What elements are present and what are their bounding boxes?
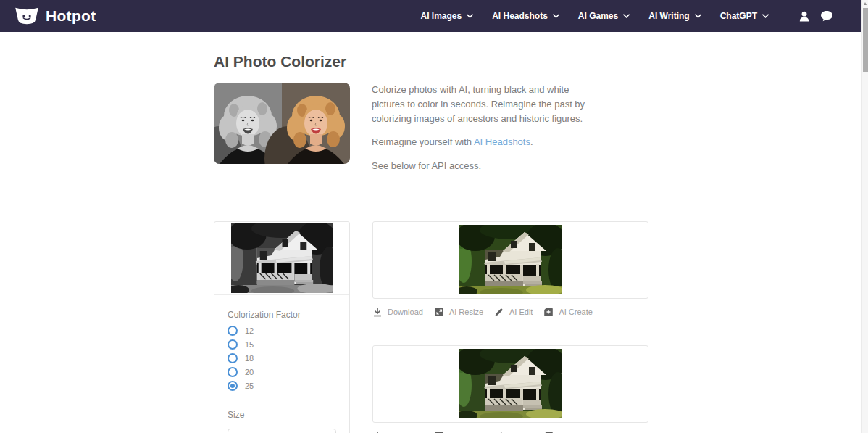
nav-ai-games[interactable]: AI Games <box>578 11 630 21</box>
nav-ai-writing[interactable]: AI Writing <box>648 11 701 21</box>
result-card-2 <box>372 345 648 423</box>
main-content: AI Photo Colorizer Colorize photos with … <box>0 53 868 433</box>
factor-radio[interactable] <box>228 339 238 350</box>
results-column: Download AI Resize AI Edit AI Create <box>372 221 648 433</box>
colorized-result-image-2 <box>459 349 562 418</box>
factor-radio[interactable] <box>228 381 238 391</box>
colorized-result-image-1 <box>459 225 562 294</box>
factor-radio[interactable] <box>228 367 238 377</box>
scroll-up-arrow[interactable] <box>862 0 868 7</box>
chevron-down-icon <box>553 14 559 18</box>
nav-ai-headshots[interactable]: AI Headshots <box>492 11 559 21</box>
result-actions-1: Download AI Resize AI Edit AI Create <box>372 306 648 318</box>
colorization-factor-group: 12 15 18 20 <box>228 326 336 391</box>
page-description: Colorize photos with AI, turning black a… <box>372 83 599 173</box>
reimagine-paragraph: Reimagine yourself with AI Headshots. <box>372 135 599 149</box>
scrollbar-thumb[interactable] <box>863 8 868 72</box>
colorize-example-image <box>214 83 350 164</box>
page-title: AI Photo Colorizer <box>214 53 868 70</box>
settings-card: Colorization Factor 12 15 18 <box>214 221 350 433</box>
chat-button[interactable] <box>820 10 833 22</box>
size-select[interactable]: Limited <box>228 429 336 433</box>
ai-edit-button[interactable]: AI Edit <box>494 307 533 317</box>
factor-option-15[interactable]: 15 <box>228 339 336 350</box>
chevron-down-icon <box>695 14 701 18</box>
chat-bubble-icon <box>820 10 833 22</box>
chevron-down-icon <box>623 14 630 18</box>
download-button[interactable]: Download <box>372 307 423 317</box>
factor-option-20[interactable]: 20 <box>228 367 336 377</box>
api-note: See below for API access. <box>372 159 599 173</box>
input-image-thumbnail <box>231 223 333 293</box>
factor-option-25[interactable]: 25 <box>228 381 336 391</box>
create-icon <box>543 307 554 317</box>
nav-ai-images[interactable]: AI Images <box>420 11 473 21</box>
ai-headshots-link[interactable]: AI Headshots <box>474 136 530 147</box>
hero-section: Colorize photos with AI, turning black a… <box>214 83 868 173</box>
pencil-icon <box>494 307 504 317</box>
vertical-scrollbar <box>861 0 868 433</box>
result-card-1 <box>372 221 648 299</box>
intro-paragraph: Colorize photos with AI, turning black a… <box>372 83 599 126</box>
ai-resize-button[interactable]: AI Resize <box>434 307 483 317</box>
result-actions-2: Download AI Resize AI Edit AI Create <box>372 430 648 433</box>
colorization-factor-label: Colorization Factor <box>228 310 336 320</box>
factor-radio[interactable] <box>228 326 238 336</box>
factor-radio[interactable] <box>228 353 238 363</box>
main-nav: AI Images AI Headshots AI Games AI Writi… <box>420 10 833 22</box>
top-navbar: Hotpot AI Images AI Headshots AI Games A… <box>0 0 862 32</box>
brand-name: Hotpot <box>46 7 96 25</box>
factor-option-12[interactable]: 12 <box>228 326 336 336</box>
size-label: Size <box>228 410 336 420</box>
ai-create-button[interactable]: AI Create <box>543 307 592 317</box>
nav-chatgpt[interactable]: ChatGPT <box>720 11 769 21</box>
hotpot-pot-icon <box>14 7 39 25</box>
hotpot-logo[interactable]: Hotpot <box>14 7 96 25</box>
resize-icon <box>434 307 444 317</box>
workspace: Colorization Factor 12 15 18 <box>214 221 868 433</box>
account-button[interactable] <box>799 11 809 22</box>
chevron-down-icon <box>467 14 473 18</box>
factor-option-18[interactable]: 18 <box>228 353 336 363</box>
chevron-down-icon <box>762 14 769 18</box>
person-icon <box>799 11 809 22</box>
download-icon <box>372 307 383 317</box>
